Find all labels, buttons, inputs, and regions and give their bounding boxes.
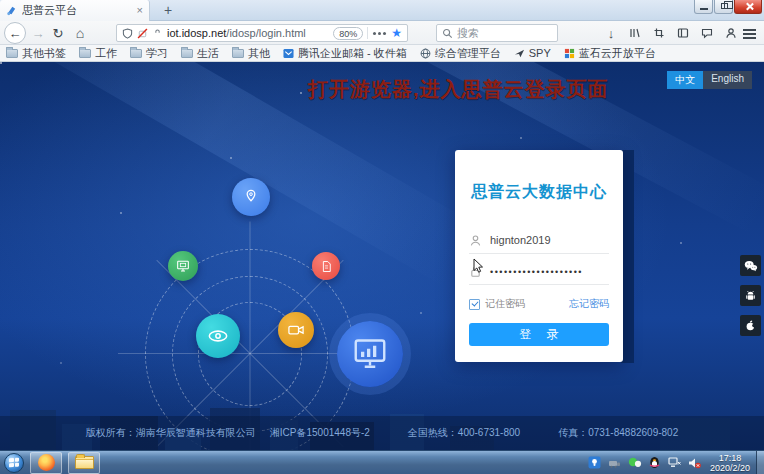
bookmark-folder-other-bookmarks[interactable]: 其他书签 (6, 46, 66, 61)
folder-icon (130, 49, 142, 58)
desktop-screen: 思普云平台 × + ← → ↻ ⌂ iot.idosp.n (0, 0, 764, 474)
remember-label: 记住密码 (485, 297, 525, 311)
home-button[interactable]: ⌂ (72, 21, 88, 45)
messages-icon[interactable] (700, 26, 714, 40)
username-value[interactable]: hignton2019 (490, 234, 551, 246)
account-icon[interactable] (724, 26, 738, 40)
vision-feature-circle (196, 314, 240, 358)
taskbar-clock[interactable]: 17:18 2020/2/20 (710, 453, 750, 473)
globe-icon (420, 48, 431, 59)
wechat-app-button[interactable] (740, 255, 761, 276)
clock-date: 2020/2/20 (710, 463, 750, 473)
window-controls (693, 0, 762, 14)
bookmark-folder-study[interactable]: 学习 (130, 46, 168, 61)
bookmark-tencent-mail[interactable]: 腾讯企业邮箱 - 收件箱 (283, 46, 407, 61)
bookmark-folder-misc[interactable]: 其他 (232, 46, 270, 61)
download-icon[interactable]: ↓ (604, 26, 618, 40)
url-text[interactable]: iot.idosp.net/idosp/login.html (167, 27, 329, 39)
bookmark-admin-platform[interactable]: 综合管理平台 (420, 46, 501, 61)
restore-button[interactable] (714, 0, 733, 14)
tab-close-icon[interactable]: × (137, 5, 143, 16)
tray-volume-muted-icon[interactable] (688, 456, 702, 470)
browser-titlebar: 思普云平台 × + (0, 0, 764, 21)
tab-favicon (6, 5, 17, 16)
shield-icon[interactable] (122, 28, 133, 39)
taskbar-firefox-button[interactable] (30, 452, 62, 474)
apple-icon (744, 319, 757, 332)
lock-insecure-icon[interactable] (152, 28, 163, 39)
annotation-text: 打开游览器,进入思普云登录页面 (308, 76, 609, 103)
firefox-icon (38, 454, 55, 471)
password-field[interactable]: •••••••••••••••••••• (469, 258, 609, 285)
username-field[interactable]: hignton2019 (469, 227, 609, 254)
footer-hotline: 全国热线：400-6731-800 (408, 426, 520, 440)
tray-wechat-icon[interactable] (628, 456, 642, 470)
reload-button[interactable]: ↻ (50, 21, 66, 45)
search-bar[interactable] (436, 24, 558, 42)
background-stars (0, 62, 2, 64)
minimize-button[interactable] (694, 0, 713, 14)
close-button[interactable] (734, 0, 762, 14)
footer-fax: 传真：0731-84882609-802 (558, 426, 678, 440)
map-feature-circle (232, 178, 270, 216)
tray-network-icon[interactable] (668, 456, 682, 470)
report-feature-circle (312, 252, 340, 280)
show-desktop-button[interactable] (756, 451, 764, 474)
language-toggle: 中文 English (667, 71, 752, 89)
remember-checkbox[interactable] (469, 299, 480, 310)
start-button[interactable] (4, 453, 24, 473)
bookmark-folder-work[interactable]: 工作 (79, 46, 117, 61)
wechat-icon (744, 260, 758, 272)
remember-row: 记住密码 忘记密码 (469, 297, 609, 311)
dashboard-monitor-icon (352, 336, 388, 372)
language-english-button[interactable]: English (703, 71, 752, 89)
eye-icon (205, 323, 231, 349)
dashboard-hub-circle (337, 321, 403, 387)
android-icon (744, 289, 757, 302)
search-input[interactable] (457, 27, 537, 39)
tray-device-icon[interactable] (608, 456, 622, 470)
mouse-cursor (473, 258, 485, 274)
grid-icon (564, 48, 575, 59)
android-app-button[interactable] (740, 285, 761, 306)
back-button[interactable]: ← (4, 22, 26, 44)
bookmark-spy[interactable]: SPY (514, 47, 551, 59)
plugin-blocked-icon[interactable] (137, 28, 148, 39)
video-feature-circle (278, 312, 314, 348)
screenshot-icon[interactable] (652, 26, 666, 40)
library-icon[interactable] (628, 26, 642, 40)
zoom-level-badge[interactable]: 80% (333, 27, 363, 40)
forward-button[interactable]: → (30, 21, 46, 45)
tray-notification-icon[interactable] (588, 456, 602, 470)
login-card: 思普云大数据中心 hignton2019 •••••••••••••••••••… (455, 150, 623, 362)
toolbar-icons: ↓ (604, 21, 738, 45)
clock-time: 17:18 (710, 453, 750, 463)
apple-app-button[interactable] (740, 315, 761, 336)
taskbar-explorer-button[interactable] (68, 452, 100, 474)
tray-qq-icon[interactable] (648, 456, 662, 470)
login-title: 思普云大数据中心 (469, 182, 609, 203)
login-button[interactable]: 登 录 (469, 323, 609, 346)
user-icon (469, 234, 482, 247)
bookmark-lanshi-cloud[interactable]: 蓝石云开放平台 (564, 46, 656, 61)
windows-taskbar: 17:18 2020/2/20 (0, 450, 764, 474)
monitor-feature-circle (168, 251, 198, 281)
close-icon (745, 2, 754, 11)
language-chinese-button[interactable]: 中文 (667, 71, 703, 89)
folder-icon (75, 456, 94, 469)
sidebar-icon[interactable] (676, 26, 690, 40)
page-footer: 版权所有：湖南华辰智通科技有限公司 湘ICP备15001448号-2 全国热线：… (0, 416, 764, 450)
new-tab-button[interactable]: + (156, 1, 180, 20)
bookmark-folder-life[interactable]: 生活 (181, 46, 219, 61)
page-actions-icon[interactable] (378, 32, 381, 35)
url-bar[interactable]: iot.idosp.net/idosp/login.html 80% ★ (116, 24, 408, 42)
windows-logo-icon (9, 458, 19, 468)
browser-tab-active[interactable]: 思普云平台 × (0, 0, 150, 21)
feature-orbit-graphic (120, 148, 380, 388)
monitor-icon (175, 258, 191, 274)
bookmark-star-icon[interactable]: ★ (391, 27, 402, 39)
menu-icon[interactable] (743, 29, 756, 31)
footer-copyright-group: 版权所有：湖南华辰智通科技有限公司 湘ICP备15001448号-2 (86, 426, 370, 440)
forgot-password-link[interactable]: 忘记密码 (569, 297, 609, 311)
password-mask[interactable]: •••••••••••••••••••• (490, 265, 583, 277)
